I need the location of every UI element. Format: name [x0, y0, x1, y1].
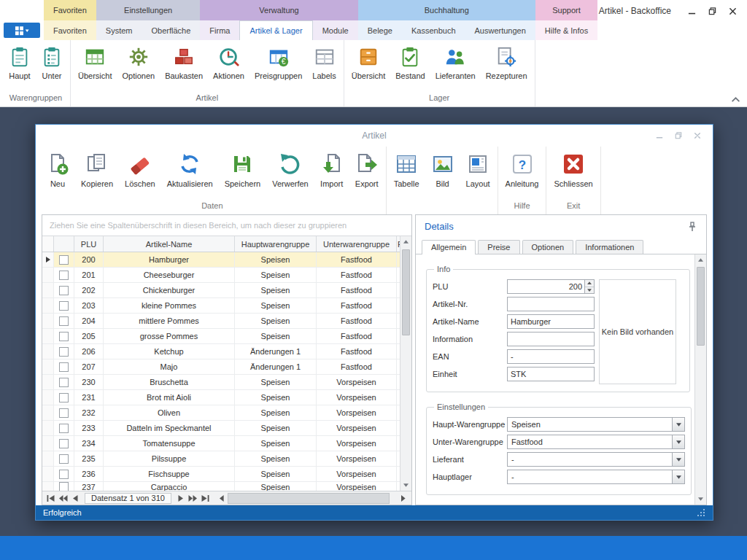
restore-button[interactable] [702, 4, 722, 18]
table-row-plu-204[interactable]: 204mittlere PommesSpeisenFastfood [42, 314, 400, 329]
hscroll-thumb[interactable] [228, 493, 390, 504]
spin-up-button[interactable] [585, 280, 594, 287]
row-checkbox[interactable] [59, 378, 69, 387]
hscroll-track[interactable] [228, 493, 397, 504]
close-button[interactable] [722, 4, 743, 18]
ribbon-button-bersicht[interactable]: Übersicht [73, 44, 117, 82]
pin-icon[interactable] [687, 222, 697, 232]
spin-down-button[interactable] [585, 287, 594, 294]
nav-next-page-button[interactable] [187, 493, 199, 504]
toolbar-button-anleitung[interactable]: ?Anleitung [500, 147, 545, 188]
row-checkbox[interactable] [59, 454, 69, 464]
toolbar-button-neu[interactable]: Neu [40, 147, 75, 188]
scrollbar-track[interactable] [400, 247, 411, 480]
toolbar-button-tabelle[interactable]: Tabelle [388, 147, 425, 188]
table-row-plu-205[interactable]: 205grosse PommesSpeisenFastfood [42, 329, 400, 344]
artikel-name-input[interactable]: Hamburger [507, 314, 595, 329]
artikel-nr-input[interactable] [507, 297, 595, 311]
nav-first-button[interactable] [44, 493, 57, 504]
dialog-titlebar[interactable]: Artikel [36, 125, 713, 147]
hscroll-right-button[interactable] [397, 493, 409, 504]
row-checkbox[interactable] [59, 408, 69, 418]
table-row-plu-202[interactable]: 202ChickenburgerSpeisenFastfood [42, 283, 400, 298]
grid-horizontal-scrollbar[interactable] [215, 493, 409, 504]
nav-prev-page-button[interactable] [57, 493, 69, 504]
minimize-button[interactable] [681, 4, 702, 18]
toolbar-button-aktualisieren[interactable]: Aktualisieren [161, 147, 219, 188]
lieferant-select[interactable]: - [507, 452, 685, 467]
ribbon-button-labels[interactable]: Labels [307, 44, 341, 82]
row-checkbox[interactable] [59, 439, 69, 448]
nav-next-button[interactable] [174, 493, 187, 504]
ribbon-button-baukasten[interactable]: Baukasten [160, 44, 208, 82]
scroll-up-button[interactable] [695, 254, 706, 265]
table-row-plu-236[interactable]: 236FischsuppeSpeisenVorspeisen [42, 467, 400, 482]
information-input[interactable] [507, 332, 595, 346]
column-header-plu[interactable]: PLU [74, 236, 104, 252]
ribbon-button-rezepturen[interactable]: Rezepturen [481, 44, 533, 82]
table-row-plu-233[interactable]: 233Datteln im SpeckmantelSpeisenVorspeis… [42, 421, 400, 436]
column-header-unterwarengruppe[interactable]: Unterwarengruppe [317, 236, 397, 252]
table-row-plu-235[interactable]: 235PilssuppeSpeisenVorspeisen [42, 451, 400, 467]
toolbar-button-speichern[interactable]: Speichern [219, 147, 267, 188]
details-tab-informationen[interactable]: Informationen [576, 240, 643, 254]
row-checkbox[interactable] [59, 271, 69, 280]
dialog-minimize-button[interactable] [650, 129, 669, 142]
column-header-hauptwarengruppe[interactable]: Hauptwarengruppe [235, 236, 317, 252]
unter-warengruppe-select[interactable]: Fastfood [507, 435, 685, 449]
toolbar-button-schliessen[interactable]: Schliessen [548, 147, 598, 188]
details-vertical-scrollbar[interactable] [694, 254, 706, 505]
toolbar-button-kopieren[interactable]: Kopieren [75, 147, 119, 188]
ribbon-tab-oberfl-che[interactable]: Oberfläche [142, 20, 201, 40]
toolbar-button-bild[interactable]: Bild [425, 147, 460, 188]
ribbon-button-optionen[interactable]: Optionen [117, 44, 160, 82]
table-row-plu-234[interactable]: 234TomatensuppeSpeisenVorspeisen [42, 436, 400, 451]
toolbar-button-export[interactable]: Export [349, 147, 384, 188]
dialog-close-button[interactable] [688, 129, 707, 142]
table-row-plu-203[interactable]: 203kleine PommesSpeisenFastfood [42, 298, 400, 314]
spinner-buttons[interactable] [584, 280, 594, 293]
ribbon-tab-kassenbuch[interactable]: Kassenbuch [402, 20, 465, 40]
table-row-plu-230[interactable]: 230BruschettaSpeisenVorspeisen [42, 375, 400, 390]
ribbon-tab-hilfe-infos[interactable]: Hilfe & Infos [535, 20, 597, 40]
row-checkbox[interactable] [59, 286, 69, 295]
row-checkbox[interactable] [59, 424, 69, 433]
ribbon-tab-belege[interactable]: Belege [358, 20, 402, 40]
dropdown-button[interactable] [672, 435, 684, 448]
ribbon-tab-favoriten[interactable]: Favoriten [44, 20, 96, 40]
row-checkbox[interactable] [59, 316, 69, 326]
row-checkbox[interactable] [59, 393, 69, 402]
dropdown-button[interactable] [672, 470, 684, 483]
row-checkbox[interactable] [59, 255, 69, 265]
table-row-plu-201[interactable]: 201CheeseburgerSpeisenFastfood [42, 268, 400, 283]
ribbon-button-haupt[interactable]: Haupt [4, 44, 36, 82]
plu-spinner-input[interactable]: 200 [507, 279, 595, 294]
table-row-plu-206[interactable]: 206KetchupÄnderungen 1Fastfood [42, 344, 400, 359]
ribbon-button-unter[interactable]: Unter [36, 44, 68, 82]
app-menu-button[interactable] [4, 23, 40, 38]
row-checkbox[interactable] [59, 332, 69, 341]
ribbon-button-preisgruppen[interactable]: €Preisgruppen [249, 44, 307, 82]
column-header-artikel-name[interactable]: Artikel-Name [104, 236, 235, 252]
ribbon-tab-firma[interactable]: Firma [200, 20, 239, 40]
table-row-plu-200[interactable]: 200HamburgerSpeisenFastfood [42, 252, 400, 268]
nav-last-button[interactable] [199, 493, 212, 504]
scrollbar-thumb[interactable] [697, 267, 705, 346]
grid-vertical-scrollbar[interactable] [400, 236, 411, 491]
scrollbar-thumb[interactable] [402, 249, 410, 335]
scrollbar-track[interactable] [695, 265, 706, 494]
ribbon-button-bestand[interactable]: Bestand [390, 44, 430, 82]
ribbon-tab-module[interactable]: Module [313, 20, 358, 40]
dropdown-button[interactable] [672, 418, 684, 431]
hauptlager-select[interactable]: - [507, 470, 685, 484]
group-by-panel[interactable]: Ziehen Sie eine Spaltenüberschrift in di… [42, 215, 411, 236]
row-checkbox[interactable] [59, 362, 69, 372]
details-tab-allgemein[interactable]: Allgemein [422, 240, 476, 254]
row-checkbox[interactable] [59, 482, 69, 491]
ribbon-collapse-button[interactable] [731, 97, 740, 103]
ean-input[interactable]: - [507, 349, 595, 364]
einheit-input[interactable]: STK [507, 367, 595, 381]
scroll-up-button[interactable] [400, 236, 411, 247]
toolbar-button-verwerfen[interactable]: Verwerfen [266, 147, 314, 188]
haupt-warengruppe-select[interactable]: Speisen [507, 417, 685, 432]
